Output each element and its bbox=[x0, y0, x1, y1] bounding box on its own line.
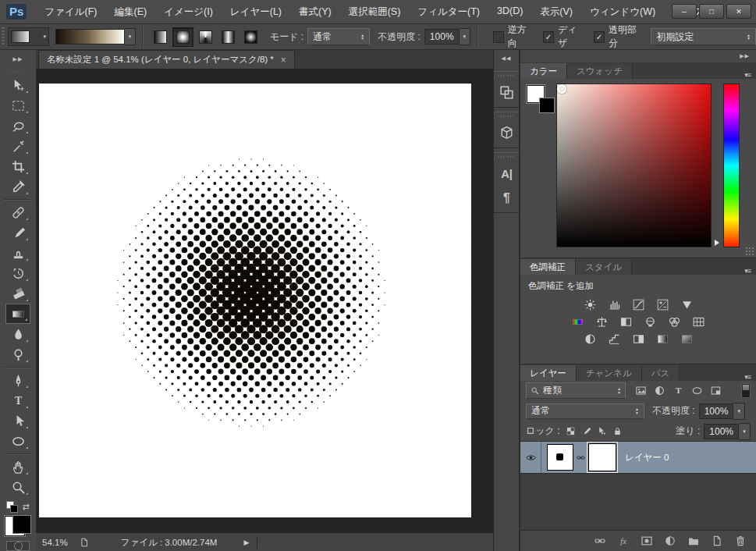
export-icon[interactable] bbox=[79, 537, 90, 548]
invert-icon[interactable] bbox=[580, 332, 599, 347]
workspace-select[interactable]: 初期設定 ▲▼ bbox=[651, 28, 756, 45]
filter-toggle-switch[interactable] bbox=[741, 383, 751, 398]
layer-mask-thumbnail[interactable] bbox=[588, 443, 616, 471]
hue-saturation-icon[interactable] bbox=[569, 315, 587, 329]
new-adjustment-layer-button[interactable] bbox=[664, 535, 676, 547]
adjustments-panel-menu-icon[interactable]: ▾≡ bbox=[744, 267, 751, 275]
mask-link-icon[interactable] bbox=[576, 453, 586, 463]
marquee-tool[interactable] bbox=[5, 95, 30, 116]
levels-icon[interactable] bbox=[605, 297, 623, 312]
panels-collapse-header[interactable]: ▶▶ bbox=[520, 50, 756, 62]
eyedropper-tool[interactable] bbox=[5, 176, 30, 197]
color-picker-marker[interactable] bbox=[557, 84, 566, 94]
3d-panel-icon[interactable] bbox=[499, 125, 515, 141]
dock-grip[interactable] bbox=[499, 156, 514, 158]
menu-item-2[interactable]: イメージ(I) bbox=[155, 5, 222, 19]
color-balance-icon[interactable] bbox=[593, 315, 612, 329]
panel-resize-grip[interactable] bbox=[745, 247, 754, 255]
hue-slider[interactable] bbox=[723, 84, 740, 247]
dock-collapse-header[interactable]: ◀◀ bbox=[502, 50, 512, 67]
threshold-icon[interactable] bbox=[629, 332, 648, 347]
clone-stamp-tool[interactable] bbox=[5, 243, 30, 263]
menu-item-4[interactable]: 書式(Y) bbox=[290, 5, 340, 19]
saturation-brightness-field[interactable] bbox=[556, 84, 712, 247]
lock-all-icon[interactable] bbox=[612, 426, 623, 436]
blur-tool[interactable] bbox=[5, 324, 30, 344]
status-expand-icon[interactable]: ▶ bbox=[243, 539, 249, 546]
lock-move-icon[interactable] bbox=[597, 426, 607, 436]
move-tool[interactable] bbox=[5, 75, 30, 95]
gradient-picker-button[interactable]: ▾ bbox=[125, 28, 136, 45]
color-tab-0[interactable]: カラー bbox=[520, 63, 567, 79]
lock-transparent-icon[interactable] bbox=[566, 426, 576, 436]
vibrance-icon[interactable] bbox=[677, 297, 696, 312]
lasso-tool[interactable] bbox=[5, 116, 30, 136]
layers-tab-1[interactable]: チャンネル bbox=[577, 365, 642, 381]
opacity-value[interactable]: 100% bbox=[424, 29, 460, 44]
quick-mask-button[interactable] bbox=[6, 541, 30, 551]
adjustments-tab-0[interactable]: 色調補正 bbox=[520, 259, 576, 275]
tool-preset-picker[interactable]: ▾ bbox=[8, 27, 49, 46]
type-layer-filter-icon[interactable] bbox=[673, 385, 684, 396]
default-colors-icon[interactable] bbox=[6, 501, 18, 513]
color-panel-menu-icon[interactable]: ▾≡ bbox=[744, 71, 751, 79]
layer-row[interactable]: レイヤー 0 bbox=[520, 442, 756, 474]
history-panel-icon[interactable] bbox=[499, 84, 515, 101]
menu-item-7[interactable]: 3D(D) bbox=[488, 5, 531, 19]
delete-layer-button[interactable] bbox=[734, 535, 747, 547]
color-tab-1[interactable]: スウォッチ bbox=[567, 63, 633, 79]
document-canvas[interactable] bbox=[39, 84, 471, 517]
color-lookup-icon[interactable] bbox=[690, 315, 708, 329]
new-layer-button[interactable] bbox=[711, 535, 723, 547]
menu-item-9[interactable]: ウィンドウ(W) bbox=[581, 5, 664, 19]
adjustment-layer-filter-icon[interactable] bbox=[654, 385, 665, 396]
zoom-level[interactable]: 54.1% bbox=[42, 538, 68, 547]
background-color-swatch[interactable] bbox=[12, 515, 31, 534]
diamond-gradient-button[interactable] bbox=[240, 27, 261, 47]
layer-style-fx-button[interactable] bbox=[617, 535, 630, 547]
menu-item-5[interactable]: 選択範囲(S) bbox=[340, 5, 410, 19]
minimize-button[interactable]: ─ bbox=[672, 4, 697, 19]
selective-color-icon[interactable] bbox=[677, 332, 696, 347]
layers-tab-2[interactable]: パス bbox=[642, 365, 680, 381]
canvas-pasteboard[interactable] bbox=[36, 69, 493, 532]
checked-checkbox[interactable]: ✓ bbox=[543, 31, 554, 43]
character-panel-icon[interactable] bbox=[499, 165, 515, 182]
healing-brush-tool[interactable] bbox=[5, 202, 30, 222]
add-layer-mask-button[interactable] bbox=[641, 535, 653, 547]
pixel-layer-filter-icon[interactable] bbox=[635, 385, 647, 396]
channel-mixer-icon[interactable] bbox=[665, 315, 684, 329]
history-brush-tool[interactable] bbox=[5, 263, 30, 283]
brightness-contrast-icon[interactable] bbox=[580, 297, 599, 312]
menu-item-8[interactable]: 表示(V) bbox=[531, 5, 581, 19]
close-icon[interactable]: × bbox=[281, 55, 286, 66]
hand-tool[interactable] bbox=[5, 457, 30, 477]
menu-item-0[interactable]: ファイル(F) bbox=[36, 5, 105, 19]
zoom-tool[interactable] bbox=[5, 477, 30, 497]
type-tool[interactable] bbox=[5, 390, 30, 411]
new-group-button[interactable] bbox=[687, 535, 700, 547]
angle-gradient-button[interactable] bbox=[195, 27, 216, 47]
gradient-map-icon[interactable] bbox=[653, 332, 672, 347]
smart-object-filter-icon[interactable] bbox=[710, 385, 722, 396]
ellipse-shape-tool[interactable] bbox=[5, 431, 30, 451]
toolbox-header[interactable]: ▶▶ bbox=[0, 50, 36, 69]
layer-opacity-value[interactable]: 100% bbox=[699, 403, 734, 419]
dodge-tool[interactable] bbox=[5, 344, 30, 364]
filter-kind-select[interactable]: 種類 ▲▼ bbox=[526, 382, 626, 399]
adjustments-tab-1[interactable]: スタイル bbox=[576, 259, 632, 275]
gradient-tool[interactable] bbox=[5, 304, 30, 324]
layer-opacity-dropdown[interactable]: ▾ bbox=[733, 403, 745, 420]
options-grip[interactable] bbox=[2, 27, 5, 46]
fill-dropdown[interactable]: ▾ bbox=[739, 423, 751, 440]
blend-mode-select[interactable]: 通常 ▲▼ bbox=[526, 403, 644, 419]
black-white-icon[interactable] bbox=[617, 315, 636, 329]
background-color-swatch[interactable] bbox=[539, 98, 555, 113]
dock-grip[interactable] bbox=[499, 75, 514, 76]
layer-name[interactable]: レイヤー 0 bbox=[625, 452, 669, 464]
eraser-tool[interactable] bbox=[5, 283, 30, 304]
layer-thumbnail[interactable] bbox=[547, 444, 573, 471]
fill-value[interactable]: 100% bbox=[704, 424, 739, 439]
exposure-icon[interactable] bbox=[653, 297, 672, 312]
posterize-icon[interactable] bbox=[605, 332, 623, 347]
